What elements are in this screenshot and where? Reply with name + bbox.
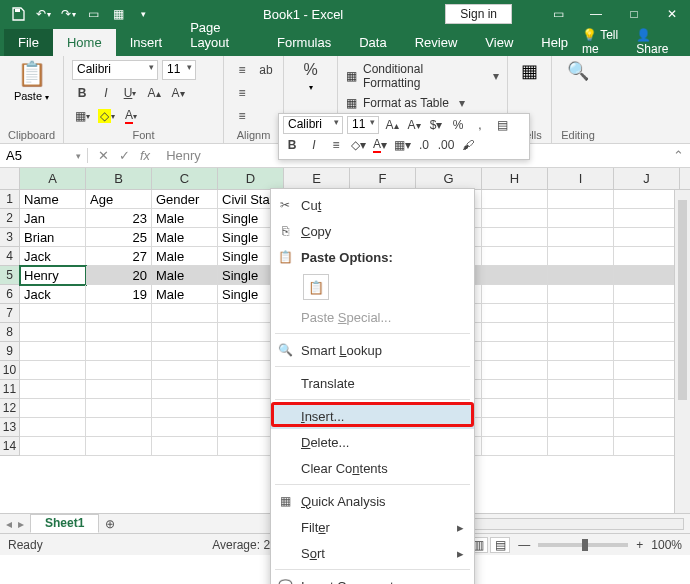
tab-file[interactable]: File: [4, 29, 53, 56]
editing-icon[interactable]: 🔍: [560, 60, 596, 82]
comma-icon[interactable]: ,: [471, 116, 489, 134]
col-header[interactable]: E: [284, 168, 350, 189]
mini-size-select[interactable]: 11: [347, 116, 379, 134]
zoom-slider[interactable]: [538, 543, 628, 547]
ctx-quick-analysis[interactable]: ▦Quick Analysis: [271, 488, 474, 514]
paste-button[interactable]: Paste ▾: [14, 90, 49, 102]
italic-button[interactable]: I: [305, 136, 323, 154]
font-color-button[interactable]: A▾: [121, 106, 141, 126]
fx-icon[interactable]: fx: [140, 148, 150, 163]
tell-me[interactable]: 💡 Tell me: [582, 28, 626, 56]
decrease-font-icon[interactable]: A▾: [168, 83, 188, 103]
row-header[interactable]: 9: [0, 342, 19, 361]
increase-font-icon[interactable]: A▴: [383, 116, 401, 134]
col-header[interactable]: D: [218, 168, 284, 189]
decrease-font-icon[interactable]: A▾: [405, 116, 423, 134]
row-header[interactable]: 4: [0, 247, 19, 266]
zoom-thumb[interactable]: [582, 539, 588, 551]
redo-icon[interactable]: ↷▾: [56, 3, 80, 25]
ctx-sort[interactable]: Sort▸: [271, 540, 474, 566]
underline-button[interactable]: U▾: [120, 83, 140, 103]
row-header[interactable]: 3: [0, 228, 19, 247]
row-header[interactable]: 14: [0, 437, 19, 456]
close-icon[interactable]: ✕: [654, 0, 690, 28]
share-button[interactable]: 👤 Share: [636, 28, 676, 56]
decimal-dec-icon[interactable]: .00: [437, 136, 455, 154]
ctx-smart-lookup[interactable]: 🔍Smart Lookup: [271, 337, 474, 363]
qat-icon[interactable]: ▭: [81, 3, 105, 25]
percent-icon[interactable]: %: [449, 116, 467, 134]
row-header[interactable]: 13: [0, 418, 19, 437]
borders-button[interactable]: ▦▾: [72, 106, 92, 126]
format-painter-icon[interactable]: 🖌: [459, 136, 477, 154]
minimize-icon[interactable]: —: [578, 0, 614, 28]
maximize-icon[interactable]: □: [616, 0, 652, 28]
column-headers[interactable]: A B C D E F G H I J: [20, 168, 690, 190]
row-header[interactable]: 1: [0, 190, 19, 209]
name-box[interactable]: A5▾: [0, 148, 88, 163]
bold-button[interactable]: B: [283, 136, 301, 154]
ctx-translate[interactable]: Translate: [271, 370, 474, 396]
row-header[interactable]: 7: [0, 304, 19, 323]
align-icon[interactable]: ≡: [327, 136, 345, 154]
col-header[interactable]: I: [548, 168, 614, 189]
qat-icon[interactable]: ▦: [106, 3, 130, 25]
qat-customize-icon[interactable]: ▾: [131, 3, 155, 25]
row-header[interactable]: 2: [0, 209, 19, 228]
zoom-in-button[interactable]: +: [636, 538, 643, 552]
scrollbar-thumb[interactable]: [678, 200, 687, 400]
font-size-select[interactable]: 11: [162, 60, 196, 80]
save-icon[interactable]: [6, 3, 30, 25]
accounting-icon[interactable]: $▾: [427, 116, 445, 134]
ctx-filter[interactable]: Filter▸: [271, 514, 474, 540]
signin-button[interactable]: Sign in: [445, 4, 512, 24]
bold-button[interactable]: B: [72, 83, 92, 103]
tab-home[interactable]: Home: [53, 29, 116, 56]
format-as-table-button[interactable]: ▦Format as Table: [346, 94, 499, 112]
col-header[interactable]: F: [350, 168, 416, 189]
align-middle-icon[interactable]: ≡: [232, 83, 252, 103]
cell[interactable]: Name: [20, 190, 86, 209]
col-header[interactable]: A: [20, 168, 86, 189]
ctx-delete[interactable]: Delete...: [271, 429, 474, 455]
ribbon-display-icon[interactable]: ▭: [540, 0, 576, 28]
conditional-formatting-button[interactable]: ▦Conditional Formatting: [346, 60, 499, 92]
tab-page-layout[interactable]: Page Layout: [176, 14, 263, 56]
zoom-out-button[interactable]: —: [518, 538, 530, 552]
expand-formula-icon[interactable]: ⌃: [667, 148, 690, 163]
row-header[interactable]: 12: [0, 399, 19, 418]
fill-color-button[interactable]: ◇▾: [96, 106, 117, 126]
ctx-copy[interactable]: ⎘Copy: [271, 218, 474, 244]
ctx-clear-contents[interactable]: Clear Contents: [271, 455, 474, 481]
cells-icon[interactable]: ▦: [516, 60, 543, 82]
percent-icon[interactable]: %: [301, 60, 321, 80]
ctx-insert-comment[interactable]: 💬Insert Comment: [271, 573, 474, 584]
sheet-tab[interactable]: Sheet1: [30, 514, 99, 533]
enter-icon[interactable]: ✓: [119, 148, 130, 163]
col-header[interactable]: G: [416, 168, 482, 189]
prev-sheet-icon[interactable]: ◂: [6, 517, 12, 531]
align-top-icon[interactable]: ≡: [232, 60, 252, 80]
row-header[interactable]: 5: [0, 266, 19, 285]
tab-view[interactable]: View: [471, 29, 527, 56]
row-header[interactable]: 6: [0, 285, 19, 304]
increase-font-icon[interactable]: A▴: [144, 83, 164, 103]
new-sheet-button[interactable]: ⊕: [99, 517, 121, 531]
ctx-cut[interactable]: ✂Cut: [271, 192, 474, 218]
tab-data[interactable]: Data: [345, 29, 400, 56]
tab-help[interactable]: Help: [527, 29, 582, 56]
wrap-text-icon[interactable]: ab: [256, 60, 276, 80]
merge-icon[interactable]: ▤: [493, 116, 511, 134]
cell[interactable]: Age: [86, 190, 152, 209]
fill-color-icon[interactable]: ◇▾: [349, 136, 367, 154]
tab-formulas[interactable]: Formulas: [263, 29, 345, 56]
tab-review[interactable]: Review: [401, 29, 472, 56]
cancel-icon[interactable]: ✕: [98, 148, 109, 163]
decimal-inc-icon[interactable]: .0: [415, 136, 433, 154]
col-header[interactable]: J: [614, 168, 680, 189]
page-break-view-icon[interactable]: ▤: [490, 537, 510, 553]
align-bottom-icon[interactable]: ≡: [232, 106, 252, 126]
next-sheet-icon[interactable]: ▸: [18, 517, 24, 531]
col-header[interactable]: C: [152, 168, 218, 189]
font-name-select[interactable]: Calibri: [72, 60, 158, 80]
